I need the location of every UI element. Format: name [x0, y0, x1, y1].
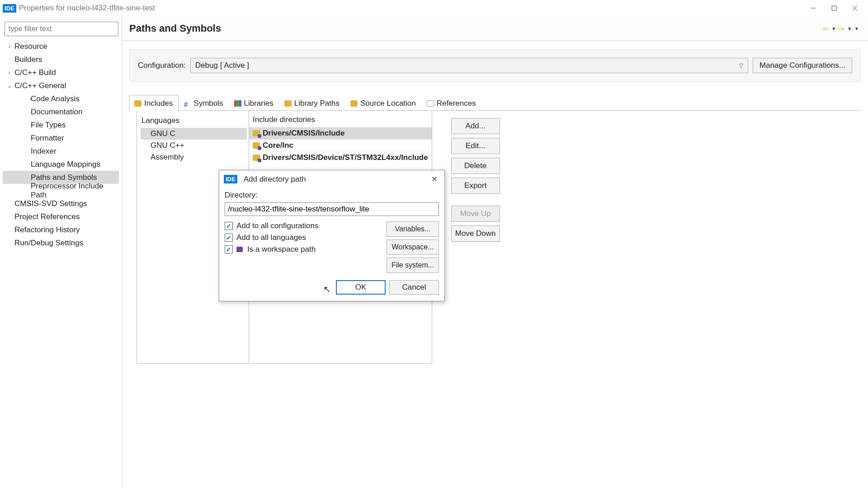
tree-item[interactable]: Run/Debug Settings [3, 236, 119, 249]
forward-icon[interactable]: ⇨ [839, 24, 844, 33]
include-directory-row[interactable]: Core/Inc [249, 139, 432, 151]
chevron-right-icon[interactable]: › [16, 95, 30, 102]
cancel-button[interactable]: Cancel [389, 280, 439, 295]
checkbox-label: Add to all configurations [236, 221, 318, 230]
language-item[interactable]: GNU C++ [141, 140, 247, 151]
config-bar: Configuration: Debug [ Active ] ▽ Manage… [129, 49, 861, 82]
language-item[interactable]: Assembly [141, 151, 247, 163]
tab-label: Source Location [360, 99, 416, 108]
workspace-button[interactable]: Workspace... [387, 239, 439, 255]
tree-item[interactable]: Preprocessor Include Path [3, 184, 119, 197]
tab-icon: # [184, 100, 191, 107]
directory-input[interactable] [225, 202, 439, 216]
chevron-right-icon[interactable]: › [5, 69, 14, 76]
chevron-down-icon[interactable]: ⌄ [5, 82, 14, 89]
tree-item[interactable]: File Types [3, 118, 119, 131]
language-item[interactable]: GNU C [141, 128, 247, 140]
back-icon[interactable]: ⇦ [823, 24, 829, 33]
workspace-icon [236, 247, 243, 252]
tab-label: Includes [144, 99, 173, 108]
directory-label: Drivers/CMSIS/Include [263, 129, 344, 138]
menu-icon[interactable]: ▼ [854, 26, 859, 31]
tree-item[interactable]: Refactoring History [3, 223, 119, 236]
tab-libraries[interactable]: Libraries [229, 95, 279, 111]
include-directory-row[interactable]: Drivers/CMSIS/Include [249, 127, 432, 139]
directories-title: Include directories [249, 111, 432, 127]
tree-item-label: Paths and Symbols [30, 173, 97, 182]
titlebar: IDE Properties for nucleo-l432-tflite-si… [0, 0, 868, 16]
filter-input[interactable] [5, 22, 118, 36]
tab-source-location[interactable]: Source Location [345, 95, 422, 111]
tab-includes[interactable]: Includes [129, 95, 179, 111]
tree-item-label: Builders [14, 55, 42, 64]
tree-item[interactable]: Builders [3, 53, 119, 66]
tree-item[interactable]: ›Resource [3, 40, 119, 53]
tab-icon [284, 100, 292, 107]
chevron-right-icon[interactable]: › [5, 43, 14, 50]
filesystem-button[interactable]: File system... [387, 258, 439, 273]
close-icon[interactable]: ✕ [429, 174, 440, 184]
nav-buttons: ⇦ ▼ ⇨ ▼ ▼ [823, 24, 859, 33]
tree-item[interactable]: Language Mappings [3, 158, 119, 171]
tree-item-label: File Types [30, 121, 66, 130]
tree-item[interactable]: Indexer [3, 145, 119, 158]
edit-button[interactable]: Edit... [451, 138, 500, 154]
delete-button[interactable]: Delete [451, 158, 500, 174]
tree-item-label: Refactoring History [14, 225, 80, 235]
manage-configs-button[interactable]: Manage Configurations... [753, 58, 852, 73]
tree-item-label: Project References [14, 212, 80, 221]
maximize-button[interactable] [824, 0, 844, 16]
variables-button[interactable]: Variables... [387, 221, 439, 237]
forward-menu-icon[interactable]: ▼ [847, 26, 852, 31]
languages-title: Languages [141, 115, 247, 128]
tree-item[interactable]: ›Code Analysis [3, 92, 119, 105]
tree-item-label: Resource [14, 42, 47, 51]
tree: ›ResourceBuilders›C/C++ Build⌄C/C++ Gene… [3, 40, 119, 249]
tab-symbols[interactable]: #Symbols [179, 95, 229, 111]
config-select[interactable]: Debug [ Active ] ▽ [190, 58, 748, 73]
tree-item-label: Documentation [30, 108, 82, 117]
tree-item[interactable]: ›C/C++ Build [3, 66, 119, 79]
include-directory-row[interactable]: Drivers/CMSIS/Device/ST/STM32L4xx/Includ… [249, 151, 432, 164]
ok-button[interactable]: OK [336, 280, 386, 295]
tree-item[interactable]: Documentation [3, 105, 119, 118]
ide-badge-icon: IDE [3, 4, 16, 13]
config-value: Debug [ Active ] [195, 61, 249, 70]
tree-item-label: Code Analysis [30, 94, 80, 103]
tree-item[interactable]: Formatter [3, 131, 119, 145]
add-button[interactable]: Add... [451, 118, 500, 134]
back-menu-icon[interactable]: ▼ [831, 26, 836, 31]
tree-item[interactable]: ⌄C/C++ General [3, 79, 119, 92]
sidebar: ›ResourceBuilders›C/C++ Build⌄C/C++ Gene… [0, 16, 122, 488]
tab-icon [234, 100, 241, 107]
close-window-button[interactable] [844, 0, 865, 16]
tree-item-label: Indexer [30, 147, 57, 156]
page-title: Paths and Symbols [129, 23, 823, 34]
workspace-path-checkbox[interactable]: ✓ Is a workspace path [225, 245, 387, 254]
all-languages-checkbox[interactable]: ✓ Add to all languages [225, 233, 387, 242]
folder-icon [253, 155, 260, 161]
tree-item-label: Run/Debug Settings [14, 239, 83, 248]
tab-label: Symbols [193, 99, 223, 108]
tab-references[interactable]: References [422, 95, 482, 111]
window-title: Properties for nucleo-l432-tflite-sine-t… [19, 4, 155, 13]
export-button[interactable]: Export [451, 178, 500, 194]
checkbox-icon: ✓ [225, 245, 233, 253]
add-directory-dialog: IDE Add directory path ✕ Directory: ✓ Ad… [219, 170, 445, 301]
tab-label: Libraries [244, 99, 274, 108]
move-down-button[interactable]: Move Down [451, 225, 500, 242]
tab-label: References [437, 99, 476, 108]
tree-item-label: CMSIS-SVD Settings [14, 199, 87, 208]
directory-label: Drivers/CMSIS/Device/ST/STM32L4xx/Includ… [263, 153, 428, 162]
all-configs-checkbox[interactable]: ✓ Add to all configurations [225, 221, 387, 230]
tree-item-label: Formatter [30, 134, 64, 143]
tree-item[interactable]: Project References [3, 210, 119, 223]
tab-icon [134, 100, 142, 107]
tab-icon [350, 100, 358, 107]
ide-badge-icon: IDE [224, 175, 237, 183]
move-up-button[interactable]: Move Up [451, 206, 500, 222]
side-buttons: Add... Edit... Delete Export Move Up Mov… [446, 111, 505, 364]
tree-item-label: Preprocessor Include Path [30, 182, 119, 200]
minimize-button[interactable] [803, 0, 824, 16]
tab-library-paths[interactable]: Library Paths [279, 95, 345, 111]
